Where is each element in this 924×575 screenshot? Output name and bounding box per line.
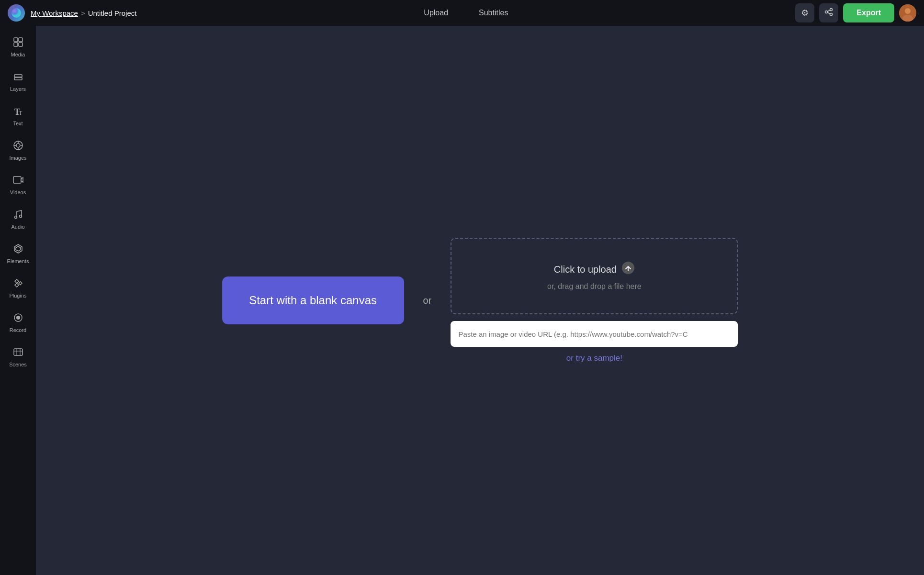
app-logo: [8, 4, 25, 22]
url-input-wrapper: [451, 321, 738, 347]
sidebar-media-label: Media: [11, 52, 25, 57]
sidebar-layers-label: Layers: [10, 86, 26, 92]
sidebar-images-label: Images: [9, 155, 26, 161]
blank-canvas-button[interactable]: Start with a blank canvas: [222, 276, 404, 324]
main-layout: Media Layers T T Text: [0, 26, 924, 575]
svg-rect-11: [14, 43, 18, 46]
svg-marker-28: [16, 246, 21, 251]
text-icon: T T: [12, 105, 24, 119]
layers-icon: [12, 71, 24, 84]
images-icon: [12, 140, 24, 153]
svg-text:T: T: [19, 110, 23, 116]
svg-rect-14: [14, 75, 22, 77]
topbar-center-actions: Upload Subtitles: [142, 6, 789, 20]
subtitles-button[interactable]: Subtitles: [473, 6, 514, 20]
try-sample-link[interactable]: or try a sample!: [451, 354, 738, 363]
media-icon: [12, 36, 24, 50]
topbar-right-actions: ⚙ Export: [795, 3, 916, 22]
breadcrumb-separator: >: [81, 9, 85, 17]
sidebar-item-audio[interactable]: Audio: [2, 203, 34, 235]
svg-point-25: [14, 216, 17, 219]
videos-icon: [12, 174, 24, 188]
svg-point-30: [16, 316, 20, 320]
svg-point-26: [19, 215, 22, 218]
user-avatar[interactable]: [899, 4, 916, 22]
svg-rect-31: [14, 349, 23, 355]
breadcrumb: My Workspace > Untitled Project: [31, 9, 136, 17]
svg-line-4: [828, 10, 830, 11]
svg-point-0: [11, 8, 21, 18]
sidebar-audio-label: Audio: [11, 224, 24, 230]
sidebar-item-record[interactable]: Record: [2, 306, 34, 339]
upload-dropzone-sub: or, drag and drop a file here: [547, 282, 642, 291]
upload-arrow-icon: [621, 261, 635, 277]
project-name: Untitled Project: [88, 9, 137, 17]
sidebar-plugins-label: Plugins: [9, 293, 26, 299]
upload-dropzone-text: Click to upload: [554, 261, 635, 277]
record-icon: [12, 312, 24, 325]
sidebar-item-layers[interactable]: Layers: [2, 65, 34, 98]
upload-panel: Click to upload or, drag and drop a file…: [451, 238, 738, 363]
sidebar: Media Layers T T Text: [0, 26, 36, 575]
center-content: Start with a blank canvas or Click to up…: [222, 238, 738, 363]
svg-point-2: [825, 11, 828, 13]
sidebar-item-media[interactable]: Media: [2, 31, 34, 63]
upload-button[interactable]: Upload: [418, 6, 454, 20]
settings-icon: ⚙: [801, 8, 809, 18]
svg-rect-9: [14, 38, 18, 42]
svg-line-5: [828, 12, 830, 14]
sidebar-item-elements[interactable]: Elements: [2, 237, 34, 270]
upload-dropzone[interactable]: Click to upload or, drag and drop a file…: [451, 238, 738, 314]
sidebar-elements-label: Elements: [7, 258, 29, 264]
svg-rect-12: [19, 43, 23, 46]
settings-button[interactable]: ⚙: [795, 3, 814, 22]
elements-icon: [12, 243, 24, 256]
svg-rect-13: [14, 77, 22, 80]
svg-point-1: [830, 8, 833, 11]
export-button[interactable]: Export: [843, 3, 894, 22]
sidebar-item-plugins[interactable]: Plugins: [2, 272, 34, 304]
svg-rect-23: [13, 177, 21, 183]
url-input[interactable]: [451, 321, 738, 347]
or-label: or: [423, 295, 432, 306]
sidebar-text-label: Text: [13, 121, 23, 126]
share-button[interactable]: [819, 3, 838, 22]
topbar: My Workspace > Untitled Project Upload S…: [0, 0, 924, 26]
plugins-icon: [12, 277, 24, 291]
svg-point-3: [830, 13, 833, 15]
sidebar-scenes-label: Scenes: [9, 362, 27, 367]
sidebar-item-images[interactable]: Images: [2, 134, 34, 166]
share-icon: [824, 8, 833, 19]
sidebar-item-text[interactable]: T T Text: [2, 100, 34, 132]
audio-icon: [12, 209, 24, 222]
canvas-area: Start with a blank canvas or Click to up…: [36, 26, 924, 575]
svg-rect-10: [19, 38, 23, 42]
sidebar-record-label: Record: [10, 327, 26, 333]
workspace-link[interactable]: My Workspace: [31, 9, 78, 17]
upload-main-text: Click to upload: [554, 264, 617, 275]
sidebar-item-videos[interactable]: Videos: [2, 168, 34, 201]
sidebar-videos-label: Videos: [10, 189, 26, 195]
scenes-icon: [12, 346, 24, 360]
svg-point-7: [905, 8, 911, 14]
sidebar-item-scenes[interactable]: Scenes: [2, 341, 34, 373]
svg-point-17: [16, 144, 20, 147]
